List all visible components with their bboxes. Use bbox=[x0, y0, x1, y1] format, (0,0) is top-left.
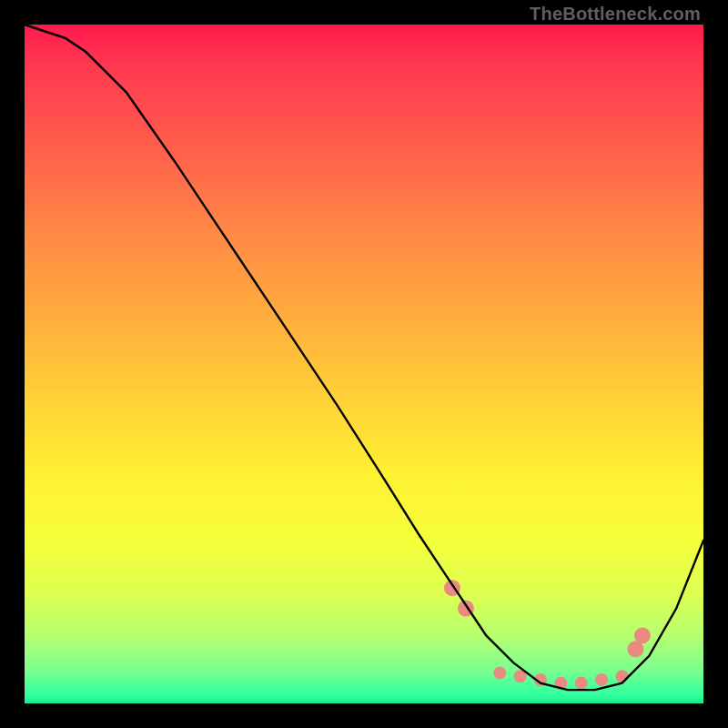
chart-frame: TheBottleneck.com bbox=[0, 0, 728, 728]
watermark-text: TheBottleneck.com bbox=[530, 4, 701, 25]
chart-svg bbox=[25, 25, 703, 703]
bottleneck-curve-path bbox=[25, 25, 703, 690]
highlight-dot bbox=[595, 673, 608, 686]
highlight-dot bbox=[616, 670, 629, 682]
highlight-dots bbox=[444, 580, 651, 689]
highlight-dot bbox=[634, 627, 651, 643]
highlight-dot bbox=[575, 677, 588, 690]
highlight-dot bbox=[493, 666, 506, 679]
